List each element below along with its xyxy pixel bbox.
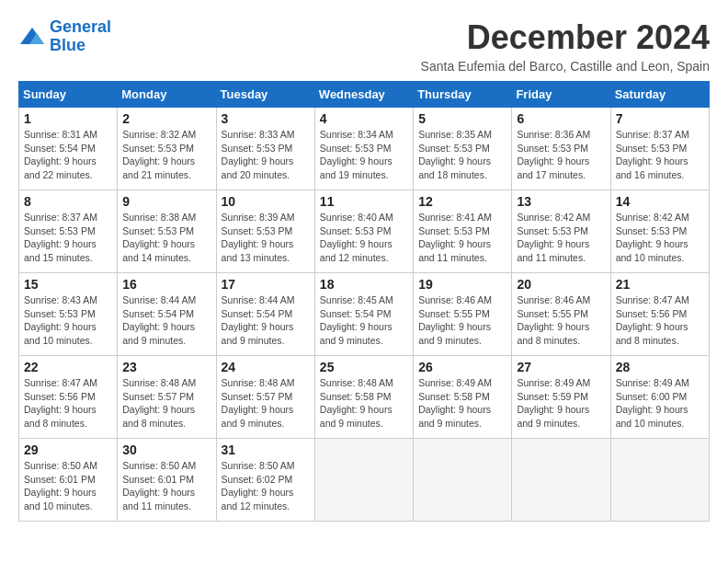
calendar-cell: 28Sunrise: 8:49 AM Sunset: 6:00 PM Dayli… <box>610 356 709 439</box>
title-section: December 2024 Santa Eufemia del Barco, C… <box>421 18 710 74</box>
day-number: 31 <box>222 442 310 457</box>
day-number: 8 <box>24 194 112 209</box>
calendar-cell: 21Sunrise: 8:47 AM Sunset: 5:56 PM Dayli… <box>610 273 709 356</box>
calendar-cell: 23Sunrise: 8:48 AM Sunset: 5:57 PM Dayli… <box>118 356 216 439</box>
calendar-cell <box>610 439 709 522</box>
day-info: Sunrise: 8:48 AM Sunset: 5:57 PM Dayligh… <box>122 376 210 431</box>
calendar-cell: 12Sunrise: 8:41 AM Sunset: 5:53 PM Dayli… <box>414 190 512 273</box>
day-number: 2 <box>122 111 210 126</box>
day-info: Sunrise: 8:41 AM Sunset: 5:53 PM Dayligh… <box>418 211 506 265</box>
day-info: Sunrise: 8:45 AM Sunset: 5:54 PM Dayligh… <box>320 293 408 348</box>
day-number: 6 <box>517 111 605 126</box>
logo-icon <box>18 26 46 48</box>
calendar-cell: 13Sunrise: 8:42 AM Sunset: 5:53 PM Dayli… <box>512 190 610 273</box>
calendar-cell: 31Sunrise: 8:50 AM Sunset: 6:02 PM Dayli… <box>216 439 314 522</box>
calendar-cell: 1Sunrise: 8:31 AM Sunset: 5:54 PM Daylig… <box>19 108 118 190</box>
calendar-week-row: 1Sunrise: 8:31 AM Sunset: 5:54 PM Daylig… <box>19 108 710 190</box>
calendar-cell: 2Sunrise: 8:32 AM Sunset: 5:53 PM Daylig… <box>118 108 216 190</box>
day-number: 27 <box>517 360 605 374</box>
calendar-day-header: Saturday <box>610 82 709 108</box>
day-info: Sunrise: 8:48 AM Sunset: 5:58 PM Dayligh… <box>320 376 408 431</box>
day-number: 22 <box>24 360 112 374</box>
calendar-cell: 10Sunrise: 8:39 AM Sunset: 5:53 PM Dayli… <box>216 190 314 273</box>
calendar-cell: 22Sunrise: 8:47 AM Sunset: 5:56 PM Dayli… <box>19 356 118 439</box>
day-info: Sunrise: 8:39 AM Sunset: 5:53 PM Dayligh… <box>222 211 310 265</box>
logo-line2: Blue <box>50 37 111 55</box>
calendar-cell: 9Sunrise: 8:38 AM Sunset: 5:53 PM Daylig… <box>118 190 216 273</box>
day-info: Sunrise: 8:47 AM Sunset: 5:56 PM Dayligh… <box>24 376 112 431</box>
calendar-header-row: SundayMondayTuesdayWednesdayThursdayFrid… <box>19 82 710 108</box>
calendar-cell: 6Sunrise: 8:36 AM Sunset: 5:53 PM Daylig… <box>512 108 610 190</box>
day-number: 12 <box>418 194 506 209</box>
calendar-cell: 27Sunrise: 8:49 AM Sunset: 5:59 PM Dayli… <box>512 356 610 439</box>
day-number: 21 <box>616 277 704 292</box>
calendar-week-row: 22Sunrise: 8:47 AM Sunset: 5:56 PM Dayli… <box>19 356 710 439</box>
location-subtitle: Santa Eufemia del Barco, Castille and Le… <box>421 59 710 74</box>
calendar-cell: 14Sunrise: 8:42 AM Sunset: 5:53 PM Dayli… <box>610 190 709 273</box>
day-info: Sunrise: 8:46 AM Sunset: 5:55 PM Dayligh… <box>418 293 506 348</box>
calendar-cell: 18Sunrise: 8:45 AM Sunset: 5:54 PM Dayli… <box>314 273 413 356</box>
calendar-cell: 17Sunrise: 8:44 AM Sunset: 5:54 PM Dayli… <box>216 273 314 356</box>
day-number: 13 <box>517 194 605 209</box>
day-number: 19 <box>418 277 506 292</box>
day-number: 15 <box>24 277 112 292</box>
calendar-cell: 26Sunrise: 8:49 AM Sunset: 5:58 PM Dayli… <box>414 356 512 439</box>
calendar-cell <box>414 439 512 522</box>
day-info: Sunrise: 8:38 AM Sunset: 5:53 PM Dayligh… <box>122 211 210 265</box>
calendar-day-header: Wednesday <box>314 82 413 108</box>
calendar-cell: 11Sunrise: 8:40 AM Sunset: 5:53 PM Dayli… <box>314 190 413 273</box>
day-number: 24 <box>222 360 310 374</box>
calendar-cell: 8Sunrise: 8:37 AM Sunset: 5:53 PM Daylig… <box>19 190 118 273</box>
day-info: Sunrise: 8:43 AM Sunset: 5:53 PM Dayligh… <box>24 293 112 348</box>
calendar-cell <box>512 439 610 522</box>
logo-line1: General <box>50 17 111 36</box>
day-info: Sunrise: 8:32 AM Sunset: 5:53 PM Dayligh… <box>122 128 210 182</box>
page-header: General Blue December 2024 Santa Eufemia… <box>18 18 710 74</box>
calendar-cell: 25Sunrise: 8:48 AM Sunset: 5:58 PM Dayli… <box>314 356 413 439</box>
day-number: 5 <box>418 111 506 126</box>
day-info: Sunrise: 8:42 AM Sunset: 5:53 PM Dayligh… <box>517 211 605 265</box>
day-info: Sunrise: 8:44 AM Sunset: 5:54 PM Dayligh… <box>222 293 310 348</box>
day-info: Sunrise: 8:49 AM Sunset: 5:58 PM Dayligh… <box>418 376 506 431</box>
day-number: 14 <box>616 194 704 209</box>
day-info: Sunrise: 8:31 AM Sunset: 5:54 PM Dayligh… <box>24 128 112 182</box>
calendar-day-header: Sunday <box>19 82 118 108</box>
day-number: 3 <box>222 111 310 126</box>
calendar-cell: 15Sunrise: 8:43 AM Sunset: 5:53 PM Dayli… <box>19 273 118 356</box>
day-number: 17 <box>222 277 310 292</box>
day-number: 7 <box>616 111 704 126</box>
calendar-day-header: Tuesday <box>216 82 314 108</box>
calendar-cell: 24Sunrise: 8:48 AM Sunset: 5:57 PM Dayli… <box>216 356 314 439</box>
day-number: 30 <box>122 442 210 457</box>
day-number: 18 <box>320 277 408 292</box>
day-info: Sunrise: 8:50 AM Sunset: 6:01 PM Dayligh… <box>24 459 112 513</box>
day-number: 1 <box>24 111 112 126</box>
day-number: 10 <box>222 194 310 209</box>
calendar-cell: 20Sunrise: 8:46 AM Sunset: 5:55 PM Dayli… <box>512 273 610 356</box>
calendar-week-row: 15Sunrise: 8:43 AM Sunset: 5:53 PM Dayli… <box>19 273 710 356</box>
calendar-day-header: Friday <box>512 82 610 108</box>
calendar-table: SundayMondayTuesdayWednesdayThursdayFrid… <box>18 81 710 522</box>
day-info: Sunrise: 8:34 AM Sunset: 5:53 PM Dayligh… <box>320 128 408 182</box>
calendar-cell: 29Sunrise: 8:50 AM Sunset: 6:01 PM Dayli… <box>19 439 118 522</box>
day-number: 28 <box>616 360 704 374</box>
day-info: Sunrise: 8:49 AM Sunset: 6:00 PM Dayligh… <box>616 376 704 431</box>
calendar-cell: 16Sunrise: 8:44 AM Sunset: 5:54 PM Dayli… <box>118 273 216 356</box>
calendar-day-header: Monday <box>118 82 216 108</box>
day-number: 16 <box>122 277 210 292</box>
month-title: December 2024 <box>421 18 710 57</box>
day-info: Sunrise: 8:50 AM Sunset: 6:01 PM Dayligh… <box>122 459 210 513</box>
day-info: Sunrise: 8:35 AM Sunset: 5:53 PM Dayligh… <box>418 128 506 182</box>
logo: General Blue <box>18 18 111 55</box>
calendar-cell <box>314 439 413 522</box>
day-info: Sunrise: 8:37 AM Sunset: 5:53 PM Dayligh… <box>24 211 112 265</box>
day-info: Sunrise: 8:48 AM Sunset: 5:57 PM Dayligh… <box>222 376 310 431</box>
day-info: Sunrise: 8:47 AM Sunset: 5:56 PM Dayligh… <box>616 293 704 348</box>
day-info: Sunrise: 8:33 AM Sunset: 5:53 PM Dayligh… <box>222 128 310 182</box>
calendar-cell: 5Sunrise: 8:35 AM Sunset: 5:53 PM Daylig… <box>414 108 512 190</box>
day-info: Sunrise: 8:36 AM Sunset: 5:53 PM Dayligh… <box>517 128 605 182</box>
day-info: Sunrise: 8:46 AM Sunset: 5:55 PM Dayligh… <box>517 293 605 348</box>
day-number: 4 <box>320 111 408 126</box>
day-info: Sunrise: 8:37 AM Sunset: 5:53 PM Dayligh… <box>616 128 704 182</box>
calendar-cell: 7Sunrise: 8:37 AM Sunset: 5:53 PM Daylig… <box>610 108 709 190</box>
